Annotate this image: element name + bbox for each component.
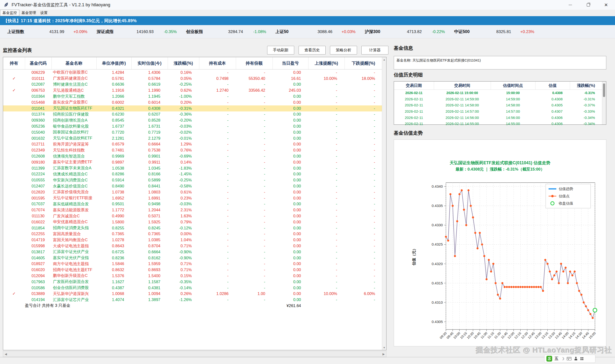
history-row[interactable]: 2026-02-112026-02-11 14:57:0014:57:000.4… <box>394 108 602 115</box>
history-row[interactable]: 2026-02-112026-02-11 15:00:0015:00:000.4… <box>394 90 602 96</box>
fund-row[interactable]: 017037嘉实低碳精选混合发0.95010.9498-0.03%--0.00-… <box>3 201 382 207</box>
fund-row[interactable]: 015998大成中证电池主题指0.86430.87040.71%--0.00-- <box>3 243 382 249</box>
fund-row[interactable]: 001595天弘中证银行ETF联接1.69521.69910.23%--0.00… <box>3 195 382 201</box>
scroll-up-icon[interactable]: ▲ <box>382 57 386 62</box>
history-table: 交易日期交易时间估值时间点估值涨跌幅(%) 2026-02-112026-02-… <box>394 81 602 127</box>
input-method-tray[interactable]: S 五 ☽ <box>544 355 595 363</box>
news-ticker: 【快讯】17:15 道通科技：2025年净利润9.35亿元，同比增长45.89% <box>0 16 615 25</box>
column-header[interactable]: 当日盈亏 <box>272 57 308 69</box>
minimize-icon <box>569 5 572 5</box>
fund-row[interactable]: 015468嘉实农业产业股票C0.60020.60140.20%--0.00-- <box>3 99 382 105</box>
column-header[interactable]: 基金代码 <box>25 57 51 69</box>
valuation-chart-box: 天弘国证生物医药ETF发起式联接C(011041) 估值走势 最新：0.4308… <box>394 139 606 346</box>
history-column-header[interactable]: 交易日期 <box>394 81 434 90</box>
menu-fund-monitor[interactable]: 基金监控 <box>0 10 19 16</box>
history-row[interactable]: 2026-02-112026-02-11 14:59:0014:59:000.4… <box>394 96 602 102</box>
fund-row[interactable]: 012094鹏华创新升级混合C1.53761.54000.15%--0.00-- <box>3 273 382 279</box>
column-header[interactable]: 涨跌幅(%) <box>168 57 199 69</box>
history-row[interactable]: 2026-02-112026-02-11 14:58:0014:58:000.4… <box>394 102 602 108</box>
fund-row[interactable]: 010555华安新兴消费混合C0.59140.5899-0.25%--0.00-… <box>3 177 382 183</box>
history-column-header[interactable]: 估值 <box>535 81 570 90</box>
view-history-button[interactable]: 查看历史 <box>299 46 326 54</box>
scroll-left-icon[interactable]: ◀ <box>3 351 8 357</box>
fund-row[interactable]: ✓013889天弘新华沪港深新兴1.00681.00940.26%1.02861… <box>3 291 382 297</box>
svg-text:13:15: 13:15 <box>541 331 549 340</box>
svg-text:10:30: 10:30 <box>466 331 475 340</box>
app-window: FVTracker-基金估值监控工具 - V1.2.1 by htlaoyang… <box>0 0 615 364</box>
fund-row[interactable]: 016020招商中证电池主题ETF0.86320.86930.71%--0.00… <box>3 267 382 273</box>
fund-row[interactable]: 012407永赢长远价值混合C0.84900.8441-0.58%--0.00-… <box>3 183 382 189</box>
sogou-input-icon[interactable]: S <box>546 356 552 362</box>
fund-row[interactable]: 018927南方中证电池主题指1.58461.59590.71%--0.00-- <box>3 261 382 267</box>
fund-row[interactable]: 001632天弘中证食品饮料ETF2.12812.1279-0.01%--0.0… <box>3 135 382 141</box>
history-column-header[interactable]: 估值时间点 <box>490 81 535 90</box>
fund-row[interactable]: ✓006753天弘港股通精选C1.19161.19900.62%1.274033… <box>3 87 382 93</box>
fund-row[interactable]: 012349天弘恒生科技指数0.74810.75380.76%--0.00-- <box>3 147 382 153</box>
index-item: 中证5008325.81+0.23% <box>454 29 534 35</box>
history-scrollbar[interactable] <box>602 81 606 124</box>
fund-row[interactable]: 012820汇添富价值领先混合1.07381.08030.61%--0.00-- <box>3 189 382 195</box>
column-header[interactable]: 下跌提醒(%) <box>344 57 382 69</box>
fund-row[interactable]: 006229中欧医疗创新股票C1.42841.43060.16%--0.00-- <box>3 69 382 76</box>
fund-row[interactable]: 011854招商中证消费龙头指0.82550.8245-0.12%--0.00-… <box>3 225 382 231</box>
fund-row[interactable]: 011130广发兴诚混合C0.49900.50711.63%--0.00-- <box>3 213 382 219</box>
calculator-button[interactable]: 计算器 <box>361 46 388 54</box>
column-header[interactable]: 单位净值(昨) <box>96 57 131 69</box>
strategy-analysis-button[interactable]: 策略分析 <box>330 46 357 54</box>
fund-row[interactable]: 011374招商前沿医疗保健股0.62300.6207-0.36%--0.00-… <box>3 111 382 117</box>
svg-text:13:30: 13:30 <box>547 331 556 340</box>
svg-text:13:45: 13:45 <box>554 331 563 340</box>
fund-row[interactable]: 011399汇添富数字未来混合A1.05381.0345-1.83%--0.00… <box>3 165 382 171</box>
fund-row[interactable]: 017074嘉实清洁能源股票发1.17721.20442.31%--0.00-- <box>3 207 382 213</box>
history-scroll-thumb[interactable] <box>603 83 605 97</box>
title-bar: FVTracker-基金估值监控工具 - V1.2.1 by htlaoyang… <box>0 0 615 10</box>
keyboard-icon[interactable] <box>567 357 572 360</box>
column-header[interactable]: 基金名称 <box>51 57 96 69</box>
menu-settings[interactable]: 设置 <box>38 10 50 16</box>
fund-row[interactable]: 012608信澳领先智选混合0.99690.9901-0.69%--0.00-- <box>3 153 382 159</box>
column-header[interactable]: 持有份额 <box>236 57 272 69</box>
history-column-header[interactable]: 涨跌幅(%) <box>570 81 602 90</box>
column-header[interactable]: 上涨提醒(%) <box>308 57 344 69</box>
index-item: 上证503088.46+0.03% <box>275 29 356 35</box>
scroll-right-icon[interactable]: ▶ <box>381 351 386 357</box>
fund-row[interactable]: 011041天弘国证生物医药ETF0.43210.4308-0.31%--0.0… <box>3 105 382 111</box>
close-button[interactable]: ✕ <box>597 0 615 10</box>
fund-row[interactable]: 014194汇添富中证芯片产业1.40741.3897-1.26%--0.00-… <box>3 297 382 303</box>
history-row[interactable]: 2026-02-112026-02-11 14:55:0014:55:000.4… <box>394 121 602 127</box>
fund-row[interactable]: 016022华安优嘉精选混合C1.58001.59250.79%--0.00-- <box>3 219 382 225</box>
fund-row[interactable]: 009360招商创新增长混合A0.85450.8528-0.20%--0.00-… <box>3 117 382 123</box>
history-column-header[interactable]: 交易时间 <box>434 81 490 90</box>
toolbox-grid-icon[interactable] <box>580 357 584 360</box>
fund-row[interactable]: 014719富国天旭均衡混合C1.02781.03851.04%--0.00-- <box>3 237 382 243</box>
vertical-scrollbar[interactable]: ▲ ▼ <box>382 57 386 350</box>
fund-row[interactable]: 012087博时健康生活混合C0.66360.6619-0.25%--0.00-… <box>3 81 382 88</box>
fund-detail-panel: 基金信息 基金名称: 天弘国证生物医药ETF发起式联接C(011041) 估值历… <box>392 39 613 357</box>
horizontal-scrollbar[interactable]: ◀ ▶ <box>3 351 387 357</box>
scroll-down-icon[interactable]: ▼ <box>382 345 386 350</box>
moon-halfwidth-icon[interactable]: ☽ <box>561 357 564 361</box>
fund-row[interactable]: 017963广发医药创新混合发1.16271.1587-0.35%--0.00-… <box>3 279 382 285</box>
account-icon[interactable] <box>574 357 578 361</box>
menu-fund-manage[interactable]: 基金管理 <box>19 10 38 16</box>
chinese-mode-icon[interactable]: 五 <box>555 356 559 361</box>
maximize-button[interactable] <box>579 0 597 10</box>
fund-row[interactable]: 013817汇添富中证光伏产业0.67250.6664-0.90%--0.00-… <box>3 249 382 255</box>
minimize-button[interactable] <box>561 0 579 10</box>
column-header[interactable]: 持有 <box>3 57 25 69</box>
column-header[interactable]: 实时估值(今) <box>131 57 168 69</box>
column-header[interactable]: 持有成本 <box>199 57 236 69</box>
manual-refresh-button[interactable]: 手动刷新 <box>267 46 294 54</box>
fund-row[interactable]: 010364鹏华空天军工指数1.20661.1945-1.00%--0.00-- <box>3 93 382 99</box>
fund-row[interactable]: 014605嘉实中证光伏产业指0.82360.8162-0.90%--0.00-… <box>3 255 382 261</box>
fund-row[interactable]: 005236银华食品饮料量化股1.67371.6731-0.03%--0.00-… <box>3 123 382 129</box>
fund-row[interactable]: 012711前海开源沪港深蓝筹0.65790.66641.29%--0.00-- <box>3 141 382 147</box>
history-row[interactable]: 2026-02-112026-02-11 14:56:0014:56:000.4… <box>394 114 602 121</box>
index-item: 上证指数4131.99+0.09% <box>7 29 87 35</box>
fund-row[interactable]: 012255富国高质量混合0.73650.73650.00%--0.00-- <box>3 231 382 237</box>
fund-row[interactable]: 010586创金合信医药消费股0.43870.4381-0.14%--0.00-… <box>3 285 382 291</box>
fund-row[interactable]: 012224信澳成长精选混合C0.82860.8166-1.45%--0.00-… <box>3 171 382 177</box>
fund-row[interactable]: ✓010111广发医药健康混合C0.57810.57840.05%0.74985… <box>3 76 382 81</box>
fund-row[interactable]: 015040国泰国证食品饮料行0.77200.7719-0.02%--0.00-… <box>3 129 382 135</box>
fund-row[interactable]: 009180嘉实中证主要消费ETF0.98970.99110.14%--0.00… <box>3 159 382 165</box>
